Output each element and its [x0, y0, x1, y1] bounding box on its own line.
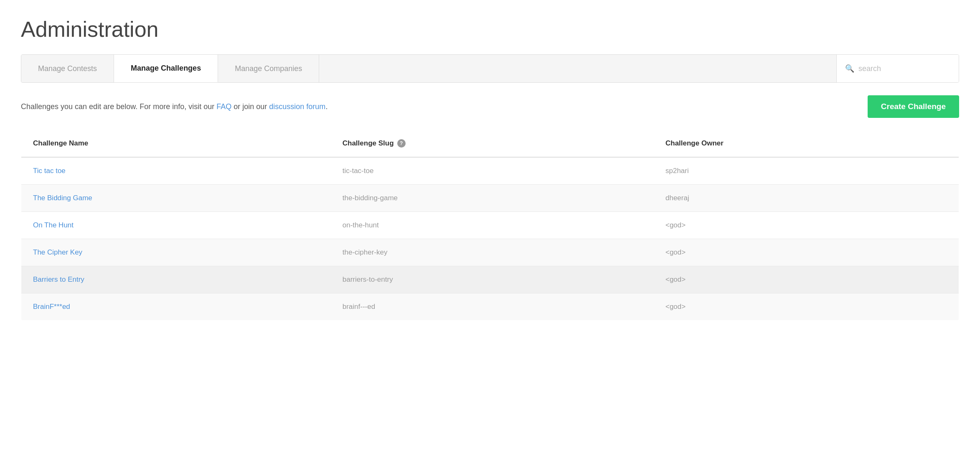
- tab-spacer: [319, 55, 836, 82]
- challenge-owner-cell: dheeraj: [654, 185, 959, 212]
- challenge-name-cell: Barriers to Entry: [21, 266, 331, 293]
- table-row: The Cipher Keythe-cipher-key<god>: [21, 239, 959, 266]
- table-row: The Bidding Gamethe-bidding-gamedheeraj: [21, 185, 959, 212]
- challenge-name-link[interactable]: Tic tac toe: [33, 167, 66, 175]
- tab-manage-companies[interactable]: Manage Companies: [218, 55, 319, 82]
- page-title: Administration: [21, 17, 959, 42]
- table-row: BrainF***edbrainf---ed<god>: [21, 293, 959, 321]
- search-input[interactable]: [858, 64, 950, 73]
- challenges-table: Challenge Name Challenge Slug ? Challeng…: [21, 130, 959, 321]
- table-row: On The Hunton-the-hunt<god>: [21, 212, 959, 239]
- tab-manage-contests[interactable]: Manage Contests: [21, 55, 114, 82]
- tab-manage-challenges[interactable]: Manage Challenges: [114, 55, 218, 82]
- challenge-name-cell: The Cipher Key: [21, 239, 331, 266]
- info-text: Challenges you can edit are below. For m…: [21, 102, 328, 111]
- table-row: Barriers to Entrybarriers-to-entry<god>: [21, 266, 959, 293]
- challenge-slug-cell: the-bidding-game: [331, 185, 654, 212]
- th-challenge-name: Challenge Name: [21, 130, 331, 158]
- search-icon: 🔍: [845, 64, 854, 73]
- challenge-owner-cell: sp2hari: [654, 157, 959, 185]
- info-bar: Challenges you can edit are below. For m…: [21, 95, 959, 118]
- faq-link[interactable]: FAQ: [216, 102, 231, 111]
- challenge-slug-cell: brainf---ed: [331, 293, 654, 321]
- challenge-name-cell: On The Hunt: [21, 212, 331, 239]
- tabs-container: Manage Contests Manage Challenges Manage…: [21, 55, 836, 82]
- challenge-name-link[interactable]: The Bidding Game: [33, 194, 92, 202]
- challenge-name-cell: Tic tac toe: [21, 157, 331, 185]
- th-challenge-slug: Challenge Slug ?: [331, 130, 654, 158]
- challenge-name-cell: The Bidding Game: [21, 185, 331, 212]
- challenge-name-cell: BrainF***ed: [21, 293, 331, 321]
- challenge-name-link[interactable]: Barriers to Entry: [33, 275, 84, 283]
- challenge-slug-cell: tic-tac-toe: [331, 157, 654, 185]
- table-header-row: Challenge Name Challenge Slug ? Challeng…: [21, 130, 959, 158]
- th-challenge-owner: Challenge Owner: [654, 130, 959, 158]
- challenge-owner-cell: <god>: [654, 212, 959, 239]
- challenge-name-link[interactable]: BrainF***ed: [33, 303, 70, 311]
- challenge-slug-cell: barriers-to-entry: [331, 266, 654, 293]
- challenge-owner-cell: <god>: [654, 239, 959, 266]
- search-wrapper: 🔍: [836, 55, 959, 82]
- challenge-name-link[interactable]: On The Hunt: [33, 221, 74, 229]
- table-row: Tic tac toetic-tac-toesp2hari: [21, 157, 959, 185]
- challenge-name-link[interactable]: The Cipher Key: [33, 248, 82, 256]
- create-challenge-button[interactable]: Create Challenge: [868, 95, 959, 118]
- slug-help-icon[interactable]: ?: [397, 139, 406, 148]
- tab-bar: Manage Contests Manage Challenges Manage…: [21, 54, 959, 83]
- challenge-slug-cell: the-cipher-key: [331, 239, 654, 266]
- challenge-owner-cell: <god>: [654, 293, 959, 321]
- forum-link[interactable]: discussion forum: [269, 102, 325, 111]
- challenge-owner-cell: <god>: [654, 266, 959, 293]
- challenge-slug-cell: on-the-hunt: [331, 212, 654, 239]
